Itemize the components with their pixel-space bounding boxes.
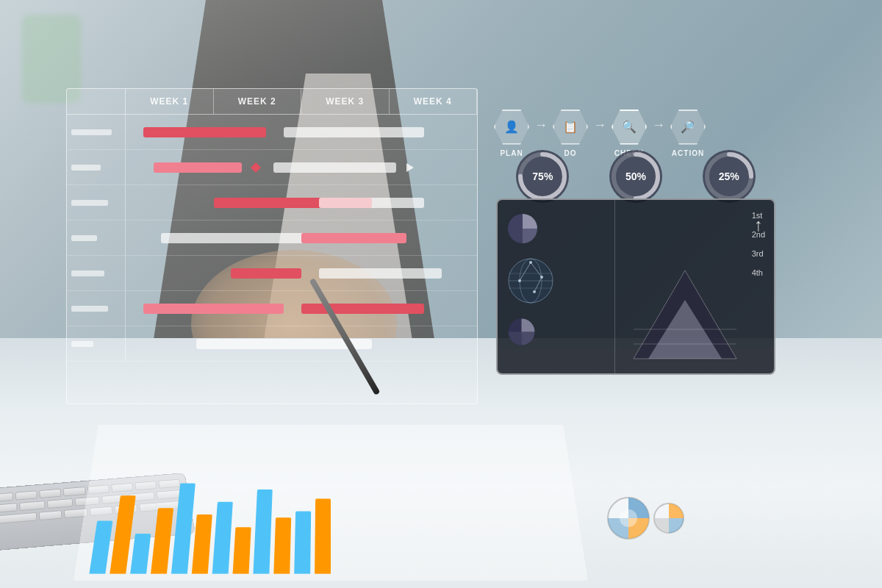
desk-bar-6 [212, 502, 233, 574]
svg-point-17 [533, 290, 536, 293]
progress-25-value: 25% [719, 171, 739, 182]
key [0, 503, 18, 513]
progress-25-item: 25% [703, 150, 756, 203]
desk-pie-svg [603, 492, 691, 544]
gantt-row-label [67, 326, 126, 361]
progress-50-item: 50% [609, 150, 662, 203]
key [63, 487, 85, 496]
desk-chart-paper [74, 425, 588, 581]
quarter-labels: 1st 2nd 3rd 4th [752, 211, 765, 277]
gantt-row-label [67, 291, 126, 326]
quarter-2-label: 2nd [752, 230, 765, 239]
pie-svg-2 [505, 315, 538, 348]
pie-chart-1 [505, 211, 607, 246]
gantt-row-label [67, 185, 126, 220]
pie-svg-1 [505, 211, 540, 246]
action-hexagon: 🔎 [669, 108, 707, 146]
gantt-cells [126, 115, 477, 149]
do-hexagon: 📋 [551, 108, 589, 146]
do-hex-shape: 📋 [553, 110, 588, 145]
gantt-row-label [67, 256, 126, 290]
tablet-left-panel [498, 200, 615, 373]
svg-point-18 [518, 279, 521, 282]
gantt-row [67, 291, 477, 326]
do-icon: 📋 [563, 120, 578, 134]
pdca-arrow-2: → [593, 118, 606, 133]
plan-hexagon: 👤 [492, 108, 531, 146]
desk-bar-3 [151, 508, 173, 573]
gantt-row-label [67, 115, 126, 149]
pdca-arrow-3: → [652, 118, 665, 133]
pdca-arrow-1: → [534, 118, 548, 133]
tablet-right-panel: ↑ 1st 2nd 3rd 4th [615, 200, 774, 373]
check-hex-shape: 🔍 [612, 110, 647, 145]
svg-point-15 [529, 261, 532, 264]
desk-bar-chart [74, 425, 588, 581]
quarter-1-label: 1st [752, 211, 765, 220]
week-1-header: WEEK 1 [126, 89, 214, 114]
svg-point-25 [620, 509, 637, 527]
desk-bar-2 [130, 534, 151, 574]
gantt-body [67, 115, 477, 362]
action-hex-shape: 🔎 [670, 110, 706, 145]
quarter-3-label: 3rd [752, 249, 765, 258]
gantt-row [67, 185, 477, 220]
svg-point-16 [540, 276, 543, 279]
gantt-cells [126, 185, 477, 220]
desk-bar-7 [233, 527, 251, 573]
gantt-row-label [67, 150, 126, 184]
gantt-cells [126, 150, 477, 184]
check-hexagon: 🔍 [610, 108, 648, 146]
gantt-row-label [67, 220, 126, 255]
desk-bar-10 [294, 512, 311, 574]
triangle-chart-svg [619, 263, 751, 366]
progress-50-value: 50% [625, 171, 646, 182]
progress-75-circle: 75% [516, 150, 569, 203]
desk-bar-4 [171, 484, 196, 574]
week-4-header: WEEK 4 [390, 89, 478, 114]
key [47, 498, 73, 509]
gantt-row [67, 150, 477, 185]
key [0, 512, 37, 524]
gantt-chart-overlay: WEEK 1 WEEK 2 WEEK 3 WEEK 4 [66, 88, 478, 404]
gantt-row [67, 326, 477, 362]
key [39, 510, 62, 520]
week-3-header: WEEK 3 [301, 89, 390, 114]
action-icon: 🔎 [681, 120, 695, 134]
progress-25-circle: 25% [703, 150, 756, 203]
tablet-panel: ↑ 1st 2nd 3rd 4th [496, 198, 775, 375]
quarter-4-label: 4th [752, 268, 765, 277]
key [15, 490, 37, 500]
progress-75-value: 75% [532, 171, 553, 182]
key [40, 489, 62, 498]
gantt-header: WEEK 1 WEEK 2 WEEK 3 WEEK 4 [67, 89, 477, 115]
progress-75-item: 75% [516, 150, 569, 203]
gantt-label-col [67, 89, 126, 114]
desk-bar-11 [315, 498, 331, 573]
gantt-row [67, 115, 477, 150]
progress-50-circle: 50% [609, 150, 662, 203]
desk-bar-8 [253, 490, 272, 574]
gantt-cells [126, 291, 477, 326]
gantt-cells [126, 326, 477, 361]
globe-visual [505, 255, 556, 306]
gantt-row [67, 256, 477, 291]
desk-bar-9 [273, 517, 291, 573]
desk-mini-charts [603, 492, 691, 544]
plan-icon: 👤 [504, 120, 519, 134]
key [19, 501, 45, 511]
gantt-cells [126, 220, 477, 255]
pie-chart-2 [505, 315, 607, 348]
gantt-row [67, 220, 477, 256]
check-icon: 🔍 [622, 120, 637, 134]
globe-svg [505, 255, 556, 306]
plan-hex-shape: 👤 [494, 110, 529, 145]
gantt-cells [126, 256, 477, 290]
week-2-header: WEEK 2 [214, 89, 302, 114]
desk-bar-0 [89, 521, 112, 574]
desk-bar-5 [192, 514, 212, 574]
key [0, 492, 13, 502]
main-scene: WEEK 1 WEEK 2 WEEK 3 WEEK 4 [0, 0, 882, 588]
